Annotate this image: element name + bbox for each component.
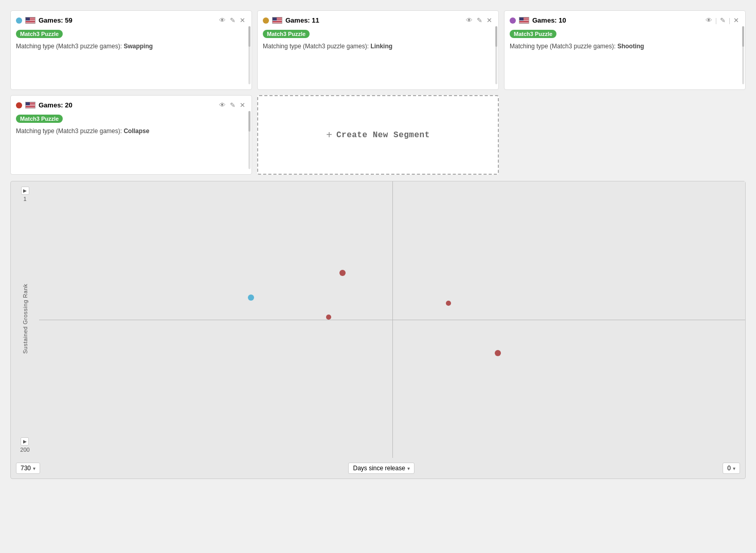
- data-point-dp4[interactable]: [326, 315, 331, 320]
- x-axis-left-value: 730: [21, 465, 31, 472]
- segment-card-2: Games: 11 👁 ✎ ✕ Match3 Puzzle Matching t…: [257, 10, 499, 90]
- flag-icon-4: [25, 102, 35, 108]
- segment-4-title: Games: 20: [39, 101, 215, 109]
- segment-1-edit-btn[interactable]: ✎: [229, 16, 237, 25]
- segment-3-title: Games: 10: [532, 16, 701, 24]
- segment-card-3: Games: 10 👁 | ✎ | ✕ Match3 Puzzle Matchi…: [504, 10, 746, 90]
- segment-4-dot: [16, 102, 22, 108]
- data-point-dp1[interactable]: [339, 270, 346, 276]
- segment-4-edit-btn[interactable]: ✎: [229, 101, 237, 109]
- segment-3-description: Matching type (Match3 puzzle games): Sho…: [510, 42, 740, 51]
- segment-1-view-btn[interactable]: 👁: [218, 16, 227, 25]
- segment-1-dot: [16, 17, 22, 24]
- segment-card-4: Games: 20 👁 ✎ ✕ Match3 Puzzle Matching t…: [10, 95, 252, 175]
- x-axis-left-control[interactable]: 730 ▾: [16, 463, 40, 474]
- chart-container: ▶ 1 Sustained Grossing Rank ▶ 200 730 ▾ …: [10, 181, 746, 479]
- data-point-dp5[interactable]: [495, 350, 501, 356]
- segment-4-close-btn[interactable]: ✕: [239, 101, 246, 109]
- segment-3-close-btn[interactable]: ✕: [732, 16, 740, 25]
- segments-row-2: Games: 20 👁 ✎ ✕ Match3 Puzzle Matching t…: [10, 95, 746, 175]
- x-axis-right-control[interactable]: 0 ▾: [723, 463, 740, 474]
- y-axis-top-value: 1: [23, 196, 26, 202]
- chart-horizontal-divider: [39, 320, 745, 320]
- segment-4-actions: 👁 ✎ ✕: [218, 101, 246, 109]
- segment-1-tag: Match3 Puzzle: [16, 30, 63, 38]
- segment-2-actions: 👁 ✎ ✕: [465, 16, 493, 25]
- x-axis-label: Days since release: [353, 465, 405, 472]
- chart-plot: [39, 181, 745, 458]
- y-axis-top-controls: ▶ 1: [21, 187, 29, 202]
- segment-2-close-btn[interactable]: ✕: [485, 16, 493, 25]
- flag-icon-2: [272, 17, 282, 24]
- data-point-dp2[interactable]: [248, 294, 254, 301]
- create-segment-card[interactable]: + Create New Segment: [257, 95, 499, 175]
- segment-2-view-btn[interactable]: 👁: [465, 16, 474, 25]
- segment-1-description: Matching type (Match3 puzzle games): Swa…: [16, 42, 246, 51]
- segment-1-title: Games: 59: [39, 16, 215, 24]
- flag-icon-3: [519, 17, 529, 24]
- card-1-header: Games: 59 👁 ✎ ✕: [16, 16, 246, 25]
- create-segment-plus-icon: +: [326, 129, 332, 141]
- segment-4-description: Matching type (Match3 puzzle games): Col…: [16, 127, 246, 136]
- card-1-scrollbar[interactable]: [248, 26, 250, 84]
- x-axis-label-chevron: ▾: [407, 466, 410, 471]
- segments-row-1: Games: 59 👁 ✎ ✕ Match3 Puzzle Matching t…: [10, 10, 746, 90]
- segment-3-actions: 👁 | ✎ | ✕: [705, 16, 740, 25]
- segment-3-tag: Match3 Puzzle: [510, 30, 556, 38]
- create-segment-content: + Create New Segment: [326, 129, 430, 141]
- x-axis-right-chevron: ▾: [733, 466, 735, 471]
- card-4-scrollbar[interactable]: [248, 111, 250, 169]
- segment-2-tag: Match3 Puzzle: [263, 30, 310, 38]
- segment-4-tag: Match3 Puzzle: [16, 115, 63, 123]
- x-axis-right-value: 0: [727, 465, 731, 472]
- card-3-scrollbar[interactable]: [742, 26, 744, 84]
- segment-card-1: Games: 59 👁 ✎ ✕ Match3 Puzzle Matching t…: [10, 10, 252, 90]
- y-axis-expand-btn[interactable]: ▶: [21, 187, 29, 195]
- segment-2-edit-btn[interactable]: ✎: [476, 16, 483, 25]
- chart-inner: ▶ 1 Sustained Grossing Rank ▶ 200: [11, 181, 745, 458]
- y-axis: ▶ 1 Sustained Grossing Rank ▶ 200: [11, 181, 39, 458]
- card-3-header: Games: 10 👁 | ✎ | ✕: [510, 16, 740, 25]
- empty-slot: [504, 95, 746, 175]
- segment-1-actions: 👁 ✎ ✕: [218, 16, 246, 25]
- segment-2-dot: [263, 17, 269, 24]
- y-axis-collapse-btn[interactable]: ▶: [21, 437, 29, 446]
- flag-icon-1: [25, 17, 35, 24]
- segment-3-edit-btn[interactable]: ✎: [719, 16, 727, 25]
- create-segment-label: Create New Segment: [336, 131, 430, 140]
- segment-3-view-btn[interactable]: 👁: [705, 16, 713, 25]
- data-point-dp3[interactable]: [446, 301, 451, 306]
- x-axis-label-control[interactable]: Days since release ▾: [348, 463, 414, 474]
- card-2-header: Games: 11 👁 ✎ ✕: [263, 16, 493, 25]
- y-axis-bottom-controls: ▶ 200: [20, 437, 29, 453]
- x-axis-left-chevron: ▾: [33, 466, 35, 471]
- segment-2-description: Matching type (Match3 puzzle games): Lin…: [263, 42, 493, 51]
- segment-4-view-btn[interactable]: 👁: [218, 101, 227, 109]
- segment-3-dot: [510, 17, 516, 24]
- y-axis-label: Sustained Grossing Rank: [22, 284, 28, 354]
- y-axis-label-wrapper: Sustained Grossing Rank: [22, 284, 28, 356]
- chart-footer: 730 ▾ Days since release ▾ 0 ▾: [11, 458, 745, 478]
- y-axis-bottom-value: 200: [20, 447, 29, 453]
- card-4-header: Games: 20 👁 ✎ ✕: [16, 101, 246, 109]
- segment-2-title: Games: 11: [285, 16, 462, 24]
- card-2-scrollbar[interactable]: [495, 26, 497, 84]
- segment-1-close-btn[interactable]: ✕: [239, 16, 246, 25]
